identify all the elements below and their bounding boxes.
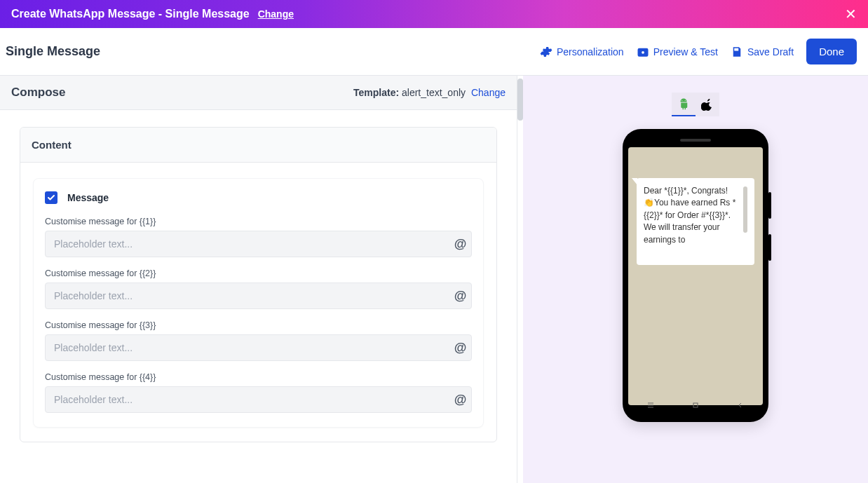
whatsapp-bubble: Dear *{{1}}*, Congrats! 👏You have earned… bbox=[637, 178, 754, 265]
phone-side-button bbox=[768, 192, 771, 219]
page-main-title: Create WhatsApp Message - Single Message bbox=[11, 8, 250, 20]
template-change-link[interactable]: Change bbox=[471, 87, 506, 98]
main-area: Compose Template: alert_text_only Change… bbox=[0, 76, 868, 483]
template-info: Template: alert_text_only Change bbox=[353, 87, 506, 98]
template-label: Template: bbox=[353, 87, 399, 98]
field-2-label: Customise message for {{2}} bbox=[45, 268, 472, 278]
page-title: Single Message bbox=[6, 44, 100, 59]
message-checkbox[interactable] bbox=[45, 191, 57, 204]
svg-point-1 bbox=[641, 50, 644, 54]
field-1-input[interactable] bbox=[45, 231, 472, 257]
phone-mockup: Dear *{{1}}*, Congrats! 👏You have earned… bbox=[623, 129, 768, 422]
nav-back-icon bbox=[737, 402, 744, 409]
at-icon[interactable]: @ bbox=[454, 393, 466, 407]
camera-icon bbox=[637, 46, 649, 58]
preview-message-text: Dear *{{1}}*, Congrats! 👏You have earned… bbox=[644, 185, 743, 258]
message-title: Message bbox=[67, 192, 109, 203]
phone-screen: Dear *{{1}}*, Congrats! 👏You have earned… bbox=[628, 147, 763, 405]
pane-scrollbar[interactable] bbox=[517, 79, 523, 121]
at-icon[interactable]: @ bbox=[454, 289, 466, 304]
message-card: Message Customise message for {{1}} @ Cu… bbox=[33, 178, 484, 428]
svg-rect-7 bbox=[693, 403, 698, 407]
field-1: Customise message for {{1}} @ bbox=[45, 217, 472, 257]
preview-test-link[interactable]: Preview & Test bbox=[637, 46, 718, 58]
sub-header: Single Message Personalization Preview &… bbox=[0, 28, 868, 76]
nav-menu-icon bbox=[647, 402, 654, 409]
field-4: Customise message for {{4}} @ bbox=[45, 372, 472, 413]
phone-navbar bbox=[628, 395, 763, 415]
template-name: alert_text_only bbox=[402, 87, 466, 98]
android-toggle[interactable] bbox=[672, 93, 696, 116]
at-icon[interactable]: @ bbox=[454, 341, 466, 355]
compose-header: Compose Template: alert_text_only Change bbox=[0, 76, 517, 110]
topbar-change-link[interactable]: Change bbox=[258, 8, 294, 20]
android-icon bbox=[677, 97, 690, 110]
preview-pane: Dear *{{1}}*, Congrats! 👏You have earned… bbox=[523, 76, 868, 483]
done-button[interactable]: Done bbox=[806, 39, 857, 64]
header-actions: Personalization Preview & Test Save Draf… bbox=[540, 39, 857, 64]
field-4-input[interactable] bbox=[45, 386, 472, 413]
personalization-link[interactable]: Personalization bbox=[540, 46, 624, 58]
field-2: Customise message for {{2}} @ bbox=[45, 268, 472, 309]
apple-icon bbox=[701, 98, 714, 111]
save-draft-link[interactable]: Save Draft bbox=[731, 46, 794, 58]
personalization-label: Personalization bbox=[557, 46, 624, 57]
os-toggle bbox=[672, 93, 719, 116]
field-2-input[interactable] bbox=[45, 283, 472, 309]
close-icon[interactable]: ✕ bbox=[845, 7, 857, 21]
field-3-label: Customise message for {{3}} bbox=[45, 320, 472, 330]
nav-home-icon bbox=[692, 402, 699, 409]
save-draft-label: Save Draft bbox=[747, 46, 794, 57]
bubble-scrollbar[interactable] bbox=[743, 186, 747, 233]
svg-point-3 bbox=[685, 100, 686, 101]
compose-label: Compose bbox=[11, 86, 65, 100]
gear-icon bbox=[540, 46, 552, 58]
top-bar: Create WhatsApp Message - Single Message… bbox=[0, 0, 868, 28]
at-icon[interactable]: @ bbox=[454, 237, 466, 252]
field-3: Customise message for {{3}} @ bbox=[45, 320, 472, 361]
apple-toggle[interactable] bbox=[696, 93, 719, 116]
content-card: Content Message Customise message for {{… bbox=[20, 127, 497, 442]
check-icon bbox=[47, 193, 55, 202]
field-1-label: Customise message for {{1}} bbox=[45, 217, 472, 226]
save-icon bbox=[731, 46, 743, 58]
preview-test-label: Preview & Test bbox=[653, 46, 718, 57]
content-card-title: Content bbox=[20, 128, 496, 163]
svg-point-2 bbox=[681, 100, 682, 101]
phone-side-button bbox=[768, 234, 771, 261]
field-4-label: Customise message for {{4}} bbox=[45, 372, 472, 382]
compose-pane: Compose Template: alert_text_only Change… bbox=[0, 76, 517, 483]
field-3-input[interactable] bbox=[45, 334, 472, 361]
